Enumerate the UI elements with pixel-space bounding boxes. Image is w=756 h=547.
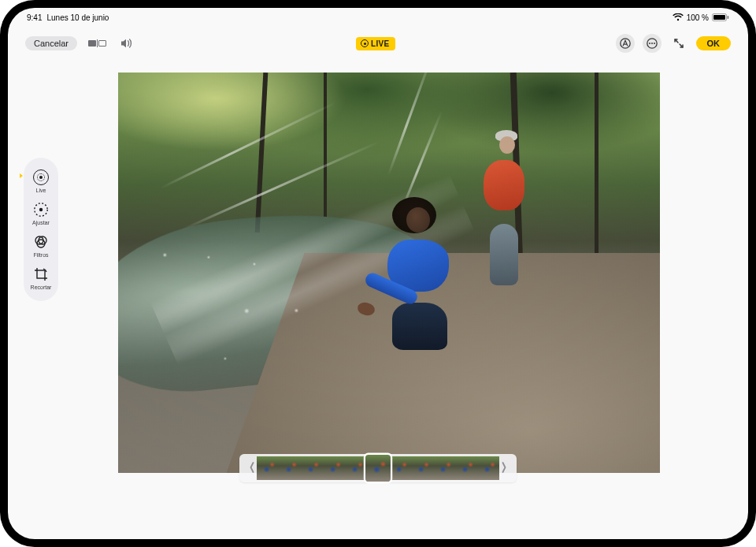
frame-thumb[interactable]	[389, 456, 411, 480]
edit-toolbar: Cancelar LIVE	[8, 30, 748, 57]
svg-rect-13	[37, 270, 45, 278]
sidebar-item-label: Filtros	[33, 252, 48, 258]
frame-thumb[interactable]	[455, 456, 477, 480]
screen: 9:41 Lunes 10 de junio 100 % Cancelar	[8, 8, 748, 539]
cancel-button[interactable]: Cancelar	[25, 36, 77, 50]
sidebar-item-label: Live	[36, 188, 46, 193]
sidebar-item-live[interactable]: Live	[26, 166, 56, 198]
frame-thumb[interactable]	[477, 456, 499, 480]
done-button[interactable]: OK	[696, 36, 732, 50]
markup-button[interactable]	[616, 34, 635, 53]
sidebar-item-recortar[interactable]: Recortar	[26, 262, 56, 295]
status-time: 9:41	[27, 13, 42, 22]
svg-point-7	[654, 43, 655, 44]
frame-thumb[interactable]	[301, 456, 323, 480]
svg-point-6	[651, 43, 653, 44]
live-badge-label: LIVE	[371, 39, 389, 48]
edit-mode-sidebar: Live Ajustar Filtros Recortar	[24, 158, 58, 301]
frame-thumb[interactable]	[345, 456, 367, 480]
frame-thumb[interactable]	[433, 456, 455, 480]
sidebar-item-label: Recortar	[31, 285, 52, 290]
scrubber-right-handle[interactable]	[499, 460, 509, 477]
filters-icon	[32, 233, 50, 251]
status-battery-text: 100 %	[687, 13, 709, 22]
live-photo-icon	[32, 169, 50, 186]
frame-thumb[interactable]	[257, 456, 279, 480]
device-frame: 9:41 Lunes 10 de junio 100 % Cancelar	[0, 0, 756, 547]
live-photo-badge[interactable]: LIVE	[356, 37, 395, 50]
battery-icon	[712, 13, 729, 21]
frame-thumb[interactable]	[411, 456, 433, 480]
more-button[interactable]	[643, 34, 662, 53]
live-photo-scrubber[interactable]	[239, 454, 517, 482]
volume-icon[interactable]	[117, 34, 136, 53]
svg-rect-2	[728, 16, 729, 19]
status-date: Lunes 10 de junio	[46, 13, 109, 22]
scrubber-left-handle[interactable]	[247, 460, 257, 477]
svg-rect-1	[713, 15, 725, 20]
photo-canvas[interactable]	[118, 73, 660, 473]
svg-point-5	[649, 43, 650, 44]
status-bar: 9:41 Lunes 10 de junio 100 %	[8, 8, 748, 27]
sidebar-item-filtros[interactable]: Filtros	[26, 230, 56, 262]
sidebar-item-ajustar[interactable]: Ajustar	[26, 198, 56, 230]
adjust-icon	[32, 201, 50, 218]
frame-thumb[interactable]	[279, 456, 301, 480]
crop-icon	[32, 266, 50, 283]
wifi-icon	[673, 13, 684, 21]
frame-thumb[interactable]	[323, 456, 345, 480]
live-photo-ring-icon	[361, 39, 369, 47]
compare-before-after-button[interactable]	[85, 38, 109, 49]
svg-point-9	[39, 208, 43, 211]
sidebar-item-label: Ajustar	[32, 220, 50, 225]
fullscreen-button[interactable]	[669, 34, 688, 53]
keyframe-thumb[interactable]	[365, 455, 391, 482]
